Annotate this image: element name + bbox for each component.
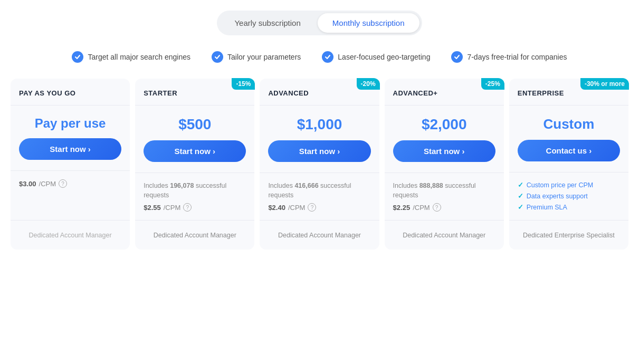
monthly-toggle[interactable]: Monthly subscription — [318, 13, 419, 33]
enterprise-feature-text: Premium SLA — [527, 204, 567, 211]
feature-text: Tailor your parameters — [227, 53, 301, 61]
plan-card-pay-as-you-go: PAY AS YOU GO Pay per use Start now › $3… — [11, 79, 130, 250]
plan-name: ENTERPRISE — [518, 89, 564, 97]
yearly-toggle[interactable]: Yearly subscription — [220, 13, 315, 33]
discount-badge: -30% or more — [580, 78, 629, 90]
plan-pricing-pay-as-you-go: Pay per use Start now › — [11, 106, 130, 171]
plan-details-pay-as-you-go: $3.00/CPM ? — [11, 171, 130, 220]
feature-item-f4: 7-days free-trial for companies — [451, 51, 567, 63]
cpm-text: $2.55/CPM ? — [144, 203, 246, 212]
toggle-pill: Yearly subscription Monthly subscription — [217, 11, 422, 35]
cpm-value: $2.55 — [144, 204, 161, 212]
plans-grid: PAY AS YOU GO Pay per use Start now › $3… — [11, 79, 628, 250]
plan-pricing-advanced: $1,000 Start now › — [260, 106, 379, 173]
feature-text: Target all major search engines — [88, 53, 190, 61]
plan-details-enterprise: ✓ Custom price per CPM ✓ Data experts su… — [509, 173, 628, 220]
check-icon — [212, 51, 223, 63]
discount-badge: -25% — [481, 78, 504, 90]
feature-item-f2: Tailor your parameters — [212, 51, 301, 63]
plan-details-starter: Includes 196,078 successful requests $2.… — [135, 173, 254, 220]
cta-button-pay-as-you-go[interactable]: Start now › — [19, 138, 121, 160]
plan-header-advanced: ADVANCED -20% — [260, 79, 379, 106]
cpm-value: $3.00 — [19, 180, 36, 188]
includes-text: Includes 888,888 successful requests — [393, 181, 495, 200]
feature-item-f3: Laser-focused geo-targeting — [322, 51, 430, 63]
plan-price: $1,000 — [297, 116, 342, 133]
enterprise-features: ✓ Custom price per CPM ✓ Data experts su… — [518, 181, 620, 211]
features-row: Target all major search engines Tailor y… — [11, 51, 628, 63]
plan-card-enterprise: ENTERPRISE -30% or more Custom Contact u… — [509, 79, 628, 250]
check-icon — [451, 51, 463, 63]
check-icon — [72, 51, 83, 63]
plan-footer-advanced-plus: Dedicated Account Manager — [385, 220, 504, 250]
enterprise-check-icon: ✓ — [518, 192, 523, 200]
cpm-unit: /CPM — [39, 180, 56, 188]
includes-text: Includes 196,078 successful requests — [144, 181, 246, 200]
plan-price: $500 — [178, 116, 211, 133]
enterprise-feature-item: ✓ Premium SLA — [518, 203, 620, 211]
feature-item-f1: Target all major search engines — [72, 51, 190, 63]
check-icon — [322, 51, 333, 63]
cpm-unit: /CPM — [288, 204, 306, 212]
plan-header-advanced-plus: ADVANCED+ -25% — [385, 79, 504, 106]
plan-header-enterprise: ENTERPRISE -30% or more — [509, 79, 628, 106]
plan-price: Pay per use — [35, 116, 106, 131]
help-icon[interactable]: ? — [59, 179, 67, 188]
help-icon[interactable]: ? — [433, 203, 441, 212]
feature-text: Laser-focused geo-targeting — [338, 53, 430, 61]
plan-card-starter: STARTER -15% $500 Start now › Includes 1… — [135, 79, 254, 250]
cta-button-advanced[interactable]: Start now › — [268, 140, 370, 162]
includes-text: Includes 416,666 successful requests — [268, 181, 370, 200]
cta-button-starter[interactable]: Start now › — [144, 140, 246, 162]
cpm-value: $2.25 — [393, 204, 411, 212]
plan-header-starter: STARTER -15% — [135, 79, 254, 106]
discount-badge: -20% — [357, 78, 380, 90]
cpm-text: $2.40/CPM ? — [268, 203, 370, 212]
enterprise-feature-item: ✓ Data experts support — [518, 192, 620, 200]
plan-footer-pay-as-you-go: Dedicated Account Manager — [11, 220, 130, 250]
plan-footer-advanced: Dedicated Account Manager — [260, 220, 379, 250]
cpm-text: $2.25/CPM ? — [393, 203, 495, 212]
plan-name: ADVANCED — [268, 89, 309, 97]
help-icon[interactable]: ? — [183, 203, 192, 212]
plan-details-advanced: Includes 416,666 successful requests $2.… — [260, 173, 379, 220]
plan-name: STARTER — [144, 89, 177, 97]
plan-pricing-advanced-plus: $2,000 Start now › — [385, 106, 504, 173]
plan-name: PAY AS YOU GO — [19, 89, 75, 97]
plan-footer-starter: Dedicated Account Manager — [135, 220, 254, 250]
cpm-unit: /CPM — [164, 204, 181, 212]
plan-price: Custom — [543, 116, 595, 132]
enterprise-check-icon: ✓ — [518, 181, 523, 189]
plan-details-advanced-plus: Includes 888,888 successful requests $2.… — [385, 173, 504, 220]
subscription-toggle: Yearly subscription Monthly subscription — [11, 11, 628, 35]
enterprise-feature-text: Custom price per CPM — [527, 181, 593, 189]
cpm-value: $2.40 — [268, 204, 285, 212]
cpm-unit: /CPM — [413, 204, 430, 212]
enterprise-feature-text: Data experts support — [527, 193, 588, 200]
plan-pricing-enterprise: Custom Contact us › — [509, 106, 628, 173]
cta-button-advanced-plus[interactable]: Start now › — [393, 140, 495, 162]
enterprise-check-icon: ✓ — [518, 203, 523, 211]
plan-header-pay-as-you-go: PAY AS YOU GO — [11, 79, 130, 106]
plan-card-advanced: ADVANCED -20% $1,000 Start now › Include… — [260, 79, 379, 250]
cpm-text: $3.00/CPM ? — [19, 179, 121, 188]
feature-text: 7-days free-trial for companies — [467, 53, 567, 61]
cta-button-enterprise[interactable]: Contact us › — [518, 140, 620, 161]
plan-footer-enterprise: Dedicated Enterprise Specialist — [509, 220, 628, 250]
discount-badge: -15% — [232, 78, 255, 90]
plan-price: $2,000 — [422, 116, 467, 133]
plan-pricing-starter: $500 Start now › — [135, 106, 254, 173]
help-icon[interactable]: ? — [308, 203, 316, 212]
plan-name: ADVANCED+ — [393, 89, 438, 97]
enterprise-feature-item: ✓ Custom price per CPM — [518, 181, 620, 189]
plan-card-advanced-plus: ADVANCED+ -25% $2,000 Start now › Includ… — [385, 79, 504, 250]
